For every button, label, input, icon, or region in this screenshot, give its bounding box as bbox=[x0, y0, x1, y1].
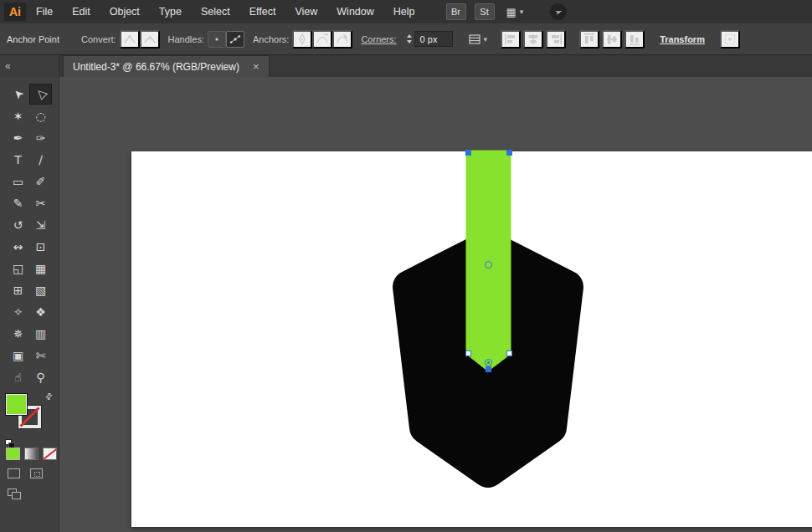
selection-tool[interactable]: ➤ bbox=[7, 84, 29, 105]
blend-icon: ❖ bbox=[35, 305, 46, 319]
align-horizontal-left-button[interactable] bbox=[501, 30, 521, 49]
column-graph-tool[interactable]: ▥ bbox=[29, 323, 52, 344]
line-segment-icon: ∕ bbox=[39, 153, 43, 166]
line-segment-tool[interactable]: ∕ bbox=[29, 149, 52, 170]
none-button[interactable] bbox=[43, 448, 57, 460]
shape-builder-icon: ◱ bbox=[13, 262, 23, 275]
artboard-tool[interactable]: ▣ bbox=[7, 345, 29, 366]
magic-wand-tool[interactable]: ✶ bbox=[7, 105, 29, 126]
fill-swatch[interactable] bbox=[5, 393, 28, 416]
width-icon: ↭ bbox=[13, 240, 23, 253]
hand-icon: ☝ bbox=[14, 371, 22, 384]
bridge-button[interactable]: Br bbox=[446, 3, 466, 20]
symbol-sprayer-tool[interactable]: ✵ bbox=[7, 323, 29, 344]
corners-stepper[interactable] bbox=[407, 34, 412, 43]
align-horizontal-right-button[interactable] bbox=[546, 30, 566, 49]
convert-to-corner-button[interactable] bbox=[120, 30, 140, 49]
zoom-tool[interactable]: ⚲ bbox=[29, 366, 52, 387]
workspace-switcher[interactable]: ▦ ▾ bbox=[506, 6, 524, 18]
convert-to-smooth-button[interactable] bbox=[140, 30, 160, 49]
menu-bar: Ai FileEditObjectTypeSelectEffectViewWin… bbox=[0, 0, 812, 23]
menu-object[interactable]: Object bbox=[110, 6, 140, 18]
menu-effect[interactable]: Effect bbox=[249, 6, 276, 18]
show-handles-button[interactable] bbox=[226, 31, 244, 48]
align-vertical-top-button[interactable] bbox=[579, 30, 599, 49]
document-tab[interactable]: Untitled-3* @ 66.67% (RGB/Preview) × bbox=[63, 55, 270, 77]
direct-selection-tool[interactable]: ▷ bbox=[29, 84, 52, 105]
blend-tool[interactable]: ❖ bbox=[29, 301, 52, 322]
tab-title: Untitled-3* @ 66.67% (RGB/Preview) bbox=[73, 61, 239, 73]
draw-normal-icon[interactable] bbox=[8, 468, 20, 478]
share-icon[interactable]: ➢ bbox=[548, 1, 570, 23]
paintbrush-tool[interactable]: ✐ bbox=[29, 171, 52, 192]
green-ribbon-shape[interactable] bbox=[468, 152, 509, 369]
remove-anchors-button[interactable] bbox=[312, 30, 332, 49]
swap-fill-stroke-icon[interactable]: ⇄ bbox=[43, 391, 54, 402]
menu-type[interactable]: Type bbox=[159, 6, 182, 18]
draw-inside-icon[interactable] bbox=[30, 468, 43, 478]
menu-window[interactable]: Window bbox=[337, 6, 373, 18]
corners-input[interactable]: 0 px bbox=[414, 31, 453, 47]
collapse-panels-button[interactable]: « bbox=[5, 60, 11, 72]
pen-tool[interactable]: ✒ bbox=[7, 127, 29, 148]
pen-nib-icon bbox=[296, 33, 309, 46]
scale-tool[interactable]: ⇲ bbox=[29, 214, 52, 235]
scissors-icon: ✂ bbox=[36, 197, 46, 210]
menu-file[interactable]: File bbox=[36, 6, 53, 18]
pencil-tool[interactable]: ✎ bbox=[7, 192, 29, 213]
canvas[interactable] bbox=[59, 77, 812, 532]
align-right-icon bbox=[549, 33, 563, 46]
close-icon[interactable]: × bbox=[253, 61, 260, 72]
align-horizontal-center-button[interactable] bbox=[523, 30, 543, 49]
rotate-tool[interactable]: ↺ bbox=[7, 214, 29, 235]
select-similar-icon bbox=[468, 33, 481, 46]
align-middle-icon bbox=[605, 33, 619, 46]
transform-link[interactable]: Transform bbox=[660, 34, 705, 44]
slice-tool[interactable]: ✄ bbox=[29, 345, 52, 366]
anchors-pen-button[interactable] bbox=[292, 30, 312, 49]
convert-label: Convert: bbox=[81, 34, 116, 44]
stock-button[interactable]: St bbox=[475, 3, 495, 20]
menu-help[interactable]: Help bbox=[393, 6, 415, 18]
connect-anchors-button[interactable] bbox=[332, 30, 352, 49]
gradient-button[interactable] bbox=[24, 448, 39, 460]
corner-point-icon bbox=[123, 33, 136, 46]
color-button[interactable] bbox=[6, 448, 20, 460]
type-tool[interactable]: T bbox=[7, 149, 29, 170]
isolate-selection-button[interactable] bbox=[720, 30, 740, 49]
align-buttons bbox=[501, 30, 645, 49]
hide-handles-button[interactable] bbox=[208, 31, 226, 48]
chevron-down-icon: ▾ bbox=[484, 35, 488, 43]
handles-label: Handles: bbox=[168, 34, 204, 44]
shape-builder-tool[interactable]: ◱ bbox=[7, 258, 29, 279]
artboard-icon: ▣ bbox=[13, 349, 23, 362]
scissors-tool[interactable]: ✂ bbox=[29, 192, 52, 213]
rectangle-tool[interactable]: ▭ bbox=[7, 171, 29, 192]
free-transform-tool[interactable]: ⊡ bbox=[29, 236, 52, 257]
gradient-tool[interactable]: ▧ bbox=[29, 279, 52, 300]
handles-shown-icon bbox=[229, 33, 241, 45]
perspective-grid-tool[interactable]: ▦ bbox=[29, 258, 52, 279]
eyedropper-tool[interactable]: ✧ bbox=[7, 301, 29, 322]
tools-grid: ➤▷✶◌✒✑T∕▭✐✎✂↺⇲↭⊡◱▦⊞▧✧❖✵▥▣✄☝⚲ bbox=[0, 77, 59, 387]
hand-tool[interactable]: ☝ bbox=[7, 366, 29, 387]
chevron-down-icon: ▾ bbox=[520, 8, 524, 16]
stepper-down-icon[interactable] bbox=[407, 40, 412, 43]
align-bottom-icon bbox=[628, 33, 641, 46]
select-similar-button[interactable]: ▾ bbox=[468, 33, 488, 46]
align-vertical-middle-button[interactable] bbox=[602, 30, 622, 49]
app-logo[interactable]: Ai bbox=[4, 3, 26, 21]
curvature-tool[interactable]: ✑ bbox=[29, 127, 52, 148]
align-vertical-bottom-button[interactable] bbox=[624, 30, 645, 49]
lasso-icon: ◌ bbox=[35, 110, 45, 123]
corners-link[interactable]: Corners: bbox=[361, 34, 396, 44]
lasso-tool[interactable]: ◌ bbox=[29, 105, 52, 126]
width-tool[interactable]: ↭ bbox=[7, 236, 29, 257]
menu-edit[interactable]: Edit bbox=[72, 6, 90, 18]
workspace-icon: ▦ bbox=[506, 6, 516, 18]
column-graph-icon: ▥ bbox=[35, 327, 46, 340]
menu-view[interactable]: View bbox=[295, 6, 317, 18]
mesh-tool[interactable]: ⊞ bbox=[7, 279, 29, 300]
menu-select[interactable]: Select bbox=[201, 6, 230, 18]
stepper-up-icon[interactable] bbox=[407, 34, 412, 38]
